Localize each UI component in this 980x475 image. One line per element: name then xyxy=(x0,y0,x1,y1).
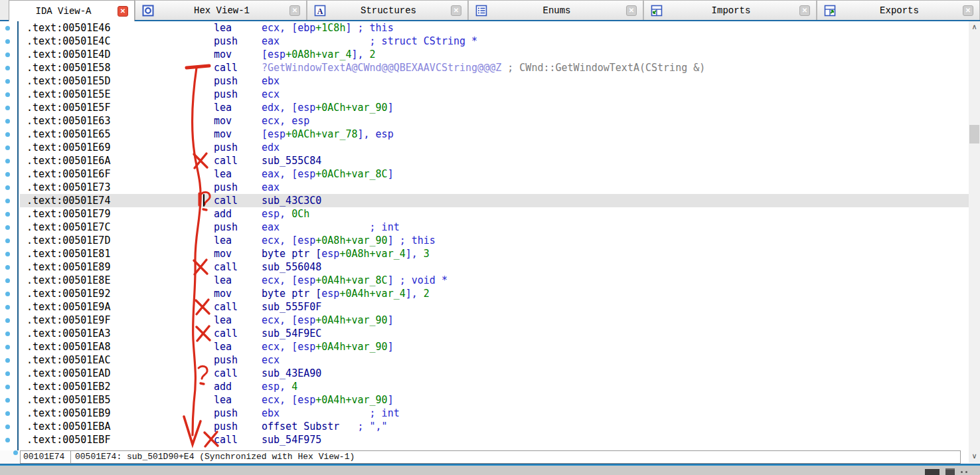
instruction-address: .text:00501E73 xyxy=(27,181,214,194)
scroll-up-arrow-icon[interactable]: ∧ xyxy=(969,21,980,33)
instruction-operands: byte ptr [esp+0A8h+var_4], 3 xyxy=(262,248,430,260)
instruction-address: .text:00501E9A xyxy=(27,300,214,314)
tab-imports[interactable]: Imports✕ xyxy=(643,0,817,20)
instruction-address: .text:00501E6A xyxy=(27,154,214,167)
listing-row[interactable]: .text:00501E58call?GetWindowTextA@CWnd@@… xyxy=(20,61,969,74)
listing-row[interactable]: .text:00501E4Cpusheax ; struct CString * xyxy=(20,35,969,48)
listing-row[interactable]: .text:00501E7Cpusheax ; int xyxy=(20,221,969,234)
listing-row[interactable]: .text:00501E9Acallsub_555F0F xyxy=(20,300,969,314)
instruction-mnemonic: lea xyxy=(214,101,262,114)
instruction-operands: sub_54F975 xyxy=(262,434,321,446)
instruction-operands: ecx, [esp+0A4h+var_90] xyxy=(262,394,394,406)
instruction-mnemonic: call xyxy=(214,300,262,314)
line-marker-dot xyxy=(5,278,10,283)
listing-row[interactable]: .text:00501E79addesp, 0Ch xyxy=(20,207,969,221)
taskbar-icon[interactable] xyxy=(925,469,939,475)
line-marker-dot xyxy=(5,438,10,442)
instruction-mnemonic: push xyxy=(214,35,262,48)
tab-structures[interactable]: AStructures✕ xyxy=(307,0,468,20)
svg-text:A: A xyxy=(317,6,323,15)
listing-row[interactable]: .text:00501E5Dpushebx xyxy=(20,74,969,88)
scrollbar-thumb[interactable] xyxy=(969,125,979,143)
tab-label: IDA View-A xyxy=(9,6,118,17)
instruction-address: .text:00501E65 xyxy=(27,128,214,141)
listing-row[interactable]: .text:00501EB9pushebx ; int xyxy=(20,407,969,420)
listing-row[interactable]: .text:00501EB2addesp, 4 xyxy=(20,380,969,393)
scroll-down-arrow-icon[interactable]: ∨ xyxy=(969,450,980,462)
tab-ida-view-a[interactable]: IDA View-A✕ xyxy=(9,0,135,21)
taskbar-dot-icon xyxy=(965,471,967,473)
listing-row[interactable]: .text:00501E9Fleaecx, [esp+0A4h+var_90] xyxy=(20,314,969,327)
listing-row[interactable]: .text:00501E6Fleaeax, [esp+0ACh+var_8C] xyxy=(20,167,969,181)
instruction-address: .text:00501EA3 xyxy=(27,327,214,340)
listing-row[interactable]: .text:00501E92movbyte ptr [esp+0A4h+var_… xyxy=(20,287,969,300)
line-marker-dot xyxy=(5,39,10,44)
disassembly-listing[interactable]: .text:00501E46leaecx, [ebp+1C8h] ; this.… xyxy=(20,21,969,450)
instruction-operands: edx, [esp+0ACh+var_90] xyxy=(262,102,394,114)
listing-row[interactable]: .text:00501E69pushedx xyxy=(20,141,969,154)
tab-close-button[interactable]: ✕ xyxy=(799,5,810,16)
instruction-operands: sub_556048 xyxy=(262,261,321,273)
listing-row[interactable]: .text:00501EB5leaecx, [esp+0A4h+var_90] xyxy=(20,393,969,407)
listing-row[interactable]: .text:00501EBFcallsub_54F975 xyxy=(20,433,969,446)
tab-close-button[interactable]: ✕ xyxy=(963,5,973,16)
instruction-address: .text:00501E89 xyxy=(27,260,214,274)
line-marker-dot xyxy=(5,132,10,137)
tab-enums[interactable]: Enums✕ xyxy=(468,0,643,20)
instruction-mnemonic: lea xyxy=(214,21,262,35)
listing-row[interactable]: .text:00501E73pusheax xyxy=(20,181,969,194)
instruction-address: .text:00501E5E xyxy=(27,88,214,101)
line-marker-dot xyxy=(5,225,10,230)
instruction-mnemonic: mov xyxy=(214,247,262,260)
tab-label: Exports xyxy=(836,5,963,16)
listing-row[interactable]: .text:00501EBApushoffset Substr ; "," xyxy=(20,420,969,433)
listing-row-current[interactable]: .text:00501E74callsub_43C3C0 xyxy=(20,194,969,207)
instruction-operands: ecx xyxy=(262,354,280,366)
instruction-mnemonic: push xyxy=(214,407,262,420)
listing-row[interactable]: .text:00501E5Epushecx xyxy=(20,88,969,101)
listing-row[interactable]: .text:00501E65mov[esp+0ACh+var_78], esp xyxy=(20,128,969,141)
instruction-mnemonic: call xyxy=(214,194,262,207)
status-bar: 00101E74 00501E74: sub_501D90+E4 (Synchr… xyxy=(20,450,961,464)
listing-row[interactable]: .text:00501EA8leaecx, [esp+0A4h+var_90] xyxy=(20,340,969,353)
tab-close-button[interactable]: ✕ xyxy=(451,5,461,16)
instruction-address: .text:00501E4C xyxy=(27,35,214,48)
tab-exports[interactable]: Exports✕ xyxy=(817,0,980,20)
listing-row[interactable]: .text:00501E7Dleaecx, [esp+0A8h+var_90] … xyxy=(20,234,969,247)
instruction-address: .text:00501EA8 xyxy=(27,340,214,353)
tab-hex-view-1[interactable]: Hex View-1✕ xyxy=(135,0,307,20)
instruction-operands: ecx, [esp+0A4h+var_8C] ; void * xyxy=(262,274,448,286)
listing-row[interactable]: .text:00501E81movbyte ptr [esp+0A8h+var_… xyxy=(20,247,969,260)
tab-label: Hex View-1 xyxy=(154,5,289,16)
line-marker-dot xyxy=(5,252,10,256)
listing-row[interactable]: .text:00501E89callsub_556048 xyxy=(20,260,969,274)
tab-bar-underline xyxy=(0,20,980,21)
tab-close-button[interactable]: ✕ xyxy=(118,6,128,17)
listing-row[interactable]: .text:00501EA3callsub_54F9EC xyxy=(20,327,969,340)
instruction-operands: eax ; struct CString * xyxy=(262,35,477,47)
status-address-info: 00501E74: sub_501D90+E4 (Synchronized wi… xyxy=(71,451,355,463)
listing-row[interactable]: .text:00501E5Fleaedx, [esp+0ACh+var_90] xyxy=(20,101,969,114)
tab-close-button[interactable]: ✕ xyxy=(626,5,637,16)
line-marker-dot xyxy=(5,398,10,403)
line-marker-dot xyxy=(5,371,10,376)
listing-row[interactable]: .text:00501E46leaecx, [ebp+1C8h] ; this xyxy=(20,21,969,35)
instruction-mnemonic: lea xyxy=(214,393,262,407)
instruction-address: .text:00501E79 xyxy=(27,207,214,221)
instruction-operands: sub_43C3C0 xyxy=(262,195,321,207)
taskbar-icon[interactable] xyxy=(945,468,955,475)
instruction-operands: eax xyxy=(262,181,280,193)
vertical-scrollbar[interactable]: ∧ ∨ xyxy=(969,21,980,463)
instruction-operands: ecx, [esp+0A8h+var_90] ; this xyxy=(262,235,436,246)
instruction-operands: [esp+0ACh+var_78], esp xyxy=(262,128,394,140)
tab-close-button[interactable]: ✕ xyxy=(289,5,300,16)
instruction-address: .text:00501E6F xyxy=(27,167,214,181)
listing-row[interactable]: .text:00501E8Eleaecx, [esp+0A4h+var_8C] … xyxy=(20,274,969,287)
listing-row[interactable]: .text:00501EADcallsub_43EA90 xyxy=(20,367,969,380)
instruction-address: .text:00501E92 xyxy=(27,287,214,300)
listing-row[interactable]: .text:00501E63movecx, esp xyxy=(20,114,969,128)
tab-label: Enums xyxy=(487,5,626,16)
listing-row[interactable]: .text:00501E6Acallsub_555C84 xyxy=(20,154,969,167)
listing-row[interactable]: .text:00501E4Dmov[esp+0A8h+var_4], 2 xyxy=(20,48,969,61)
listing-row[interactable]: .text:00501EACpushecx xyxy=(20,353,969,367)
